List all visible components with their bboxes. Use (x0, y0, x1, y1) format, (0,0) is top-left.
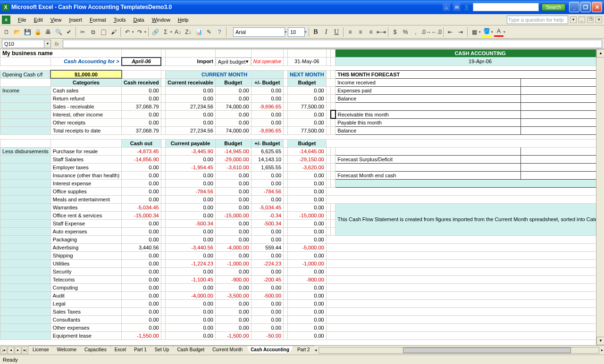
cell[interactable]: 0.00 (166, 283, 216, 291)
cell[interactable]: 0.00 (288, 251, 327, 259)
cell[interactable]: 0.00 (215, 203, 251, 211)
cell[interactable]: 0.00 (122, 195, 161, 203)
cell[interactable]: 0.00 (166, 110, 216, 118)
paste-icon[interactable]: 📋 (99, 27, 108, 37)
cell[interactable]: 0.00 (166, 267, 216, 275)
menu-tools[interactable]: Tools (110, 16, 130, 24)
cell[interactable]: -500.34 (251, 219, 283, 227)
undo-icon[interactable]: ↶ (123, 27, 132, 37)
cell[interactable]: -4,000.00 (215, 243, 251, 251)
autosum-icon[interactable]: Σ (161, 27, 170, 37)
cell[interactable]: 0.00 (288, 219, 327, 227)
cell[interactable]: -1,954.45 (166, 163, 216, 171)
decrease-decimal-icon[interactable]: ←.0 (432, 27, 441, 37)
cell[interactable]: 0.00 (122, 259, 161, 267)
cell[interactable]: -9,696.65 (251, 126, 283, 134)
cell[interactable]: -15,000.00 (288, 211, 327, 219)
cell[interactable]: 0.00 (215, 86, 251, 94)
cell[interactable]: Other expenses (50, 323, 121, 331)
comma-icon[interactable]: , (411, 27, 420, 37)
cell[interactable]: -14,645.00 (288, 147, 327, 155)
redo-icon[interactable]: ↷ (135, 27, 144, 37)
cell[interactable]: -1,100.45 (166, 275, 216, 283)
cell[interactable]: 0.00 (288, 315, 327, 323)
cell[interactable]: 0.00 (288, 187, 327, 195)
cell[interactable]: Insurance (other than health) (50, 171, 121, 179)
menu-view[interactable]: View (47, 16, 66, 24)
chevron-down-icon[interactable]: ▾ (503, 30, 505, 34)
cell[interactable]: 0.00 (288, 110, 327, 118)
cell[interactable]: 0.00 (122, 219, 161, 227)
cell[interactable]: Purchase for resale (50, 147, 121, 155)
cell[interactable]: 74,000.00 (215, 126, 251, 134)
menu-format[interactable]: Format (86, 16, 110, 24)
doc-restore-button[interactable]: ❐ (587, 17, 594, 23)
cell[interactable]: 559.44 (251, 243, 283, 251)
cell[interactable]: 27,234.56 (166, 126, 216, 134)
business-name[interactable]: My business name (0, 50, 122, 58)
sheet-tab[interactable]: Set Up (151, 346, 174, 353)
cell[interactable]: 0.00 (251, 118, 283, 126)
cell[interactable]: 37,068.79 (122, 126, 161, 134)
sheet-tab[interactable]: License (28, 346, 53, 353)
cell[interactable]: 0.00 (288, 235, 327, 243)
underline-button[interactable]: U (332, 27, 341, 37)
cell[interactable]: 77,500.00 (288, 102, 327, 110)
hscroll-left[interactable]: ◂ (314, 348, 318, 352)
cell[interactable]: 0.00 (122, 251, 161, 259)
cell[interactable]: 0.00 (122, 299, 161, 307)
cell[interactable]: 0.00 (215, 195, 251, 203)
align-left-icon[interactable]: ≡ (345, 27, 355, 37)
fx-icon[interactable]: fx (51, 41, 63, 47)
cell[interactable]: Warranties (50, 203, 121, 211)
cell[interactable]: -14,856.90 (122, 155, 161, 163)
cell[interactable]: -3,620.00 (288, 163, 327, 171)
import-select[interactable]: April budget▾ (216, 58, 251, 66)
cell[interactable]: Cash sales (50, 86, 121, 94)
cell[interactable]: 0.00 (122, 110, 161, 118)
cell[interactable]: 0.00 (251, 227, 283, 235)
cell[interactable]: 0.00 (166, 323, 216, 331)
cell[interactable]: 6,625.65 (251, 147, 283, 155)
cell[interactable]: 0.00 (122, 315, 161, 323)
menu-data[interactable]: Data (129, 16, 148, 24)
name-box[interactable]: Q10 (2, 40, 44, 48)
cell[interactable]: 0.00 (215, 323, 251, 331)
cell[interactable]: 0.00 (215, 267, 251, 275)
mail-icon[interactable]: ✉ (453, 3, 461, 11)
search-button[interactable]: Search (542, 4, 565, 11)
cell[interactable]: 0.00 (215, 179, 251, 187)
cell[interactable]: Telecoms (50, 275, 121, 283)
cell[interactable]: -50.00 (251, 331, 283, 339)
menu-window[interactable]: Window (148, 16, 174, 24)
cell[interactable]: Advertising (50, 243, 121, 251)
cell[interactable]: 0.00 (215, 251, 251, 259)
cell[interactable]: 0.00 (251, 110, 283, 118)
hscroll-right[interactable]: ▸ (600, 348, 604, 352)
cell[interactable]: 0.00 (166, 179, 216, 187)
bold-button[interactable]: B (311, 27, 320, 37)
cell[interactable]: 0.00 (288, 86, 327, 94)
italic-button[interactable]: I (321, 27, 331, 37)
cell[interactable]: 0.00 (215, 235, 251, 243)
cell[interactable]: -29,150.00 (288, 155, 327, 163)
cell[interactable]: 0.00 (215, 307, 251, 315)
chevron-down-icon[interactable]: ▾ (144, 30, 146, 34)
cell[interactable]: 77,500.00 (288, 126, 327, 134)
cell[interactable]: -500.34 (166, 219, 216, 227)
cell[interactable]: Other receipts (50, 118, 121, 126)
cell[interactable]: 0.00 (122, 227, 161, 235)
cell[interactable]: 0.00 (288, 307, 327, 315)
cell[interactable]: 0.00 (122, 283, 161, 291)
cell[interactable]: 0.00 (288, 227, 327, 235)
cell[interactable]: 0.00 (166, 203, 216, 211)
chevron-down-icon[interactable]: ▾ (285, 30, 287, 34)
cell[interactable]: -29,000.00 (215, 155, 251, 163)
cell[interactable]: 0.00 (251, 323, 283, 331)
web-search-input[interactable] (473, 3, 539, 11)
sort-asc-icon[interactable]: A↓ (173, 27, 183, 37)
cell[interactable]: -1,500.00 (215, 331, 251, 339)
fill-color-icon[interactable]: 🪣 (482, 27, 491, 37)
cell[interactable]: 0.00 (122, 291, 161, 299)
menu-edit[interactable]: Edit (30, 16, 47, 24)
